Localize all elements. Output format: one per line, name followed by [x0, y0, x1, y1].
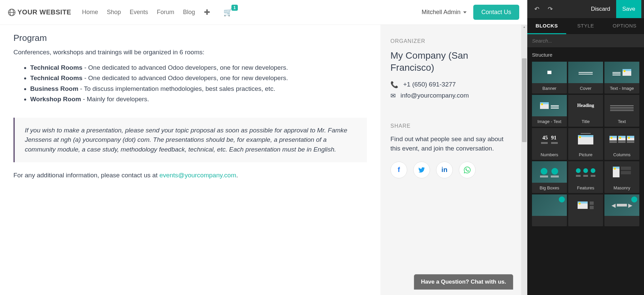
add-page-icon[interactable]: ✚ — [204, 8, 210, 17]
tab-style[interactable]: STYLE — [566, 18, 605, 34]
nav-blog[interactable]: Blog — [183, 9, 195, 16]
whatsapp-icon — [464, 167, 471, 173]
organizer-email: info@yourcompany.com — [400, 92, 469, 99]
block-title[interactable]: Heading Title — [568, 95, 603, 127]
list-item: Workshop Room - Mainly for developers. — [30, 94, 367, 104]
block-image-text[interactable]: Image - Text — [532, 95, 567, 127]
topbar: YOUR WEBSITE Home Shop Events Forum Blog… — [0, 0, 527, 25]
cart-count-badge: 1 — [231, 5, 238, 11]
nav-forum[interactable]: Forum — [157, 9, 174, 16]
nav-events[interactable]: Events — [130, 9, 148, 16]
whatsapp-share-button[interactable] — [459, 162, 476, 178]
block-search-input[interactable] — [532, 38, 639, 44]
block-big-boxes[interactable]: Big Boxes — [532, 161, 567, 193]
program-heading: Program — [13, 33, 367, 43]
undo-button[interactable]: ↶ — [530, 5, 543, 13]
block-columns[interactable]: Columns — [604, 128, 639, 160]
nav-shop[interactable]: Shop — [107, 9, 121, 16]
scrollbar-thumb[interactable] — [522, 58, 527, 142]
block-features[interactable]: Features — [568, 161, 603, 193]
block-search-row — [527, 35, 644, 47]
organizer-phone-row: 📞 +1 (650) 691-3277 — [390, 81, 511, 88]
chat-widget[interactable]: Have a Question? Chat with us. — [414, 274, 513, 290]
twitter-share-button[interactable] — [413, 162, 430, 178]
globe-icon — [8, 9, 15, 16]
block-text-image[interactable]: Text - Image — [604, 62, 639, 94]
user-menu[interactable]: Mitchell Admin — [422, 9, 467, 16]
editor-tabs: BLOCKS STYLE OPTIONS — [527, 18, 644, 35]
list-item: Business Room - To discuss implementatio… — [30, 84, 367, 94]
phone-icon: 📞 — [390, 81, 398, 88]
social-buttons: f in — [390, 162, 511, 178]
event-sidebar: ORGANIZER My Company (San Francisco) 📞 +… — [380, 25, 521, 295]
nav-home[interactable]: Home — [82, 9, 98, 16]
share-description: Find out what people see and say about t… — [390, 134, 511, 154]
contact-line: For any additional information, please c… — [13, 172, 367, 179]
share-label: SHARE — [390, 123, 511, 129]
block-masonry[interactable]: Masonry — [604, 161, 639, 193]
list-item: Technical Rooms - One dedicated to advan… — [30, 73, 367, 83]
contact-email-link[interactable]: events@yourcompany.com — [159, 172, 236, 179]
block-grid: Banner Cover Text - Image Image - Text H… — [532, 62, 639, 226]
main-nav: Home Shop Events Forum Blog ✚ — [82, 8, 210, 17]
block-extra-3[interactable]: ◀▶ — [604, 194, 639, 226]
cart-button[interactable]: 🛒1 — [223, 8, 232, 17]
block-extra-1[interactable] — [532, 194, 567, 226]
blocks-panel: Structure Banner Cover Text - Image Imag… — [527, 47, 644, 295]
site-logo[interactable]: YOUR WEBSITE — [8, 8, 71, 16]
organizer-label: ORGANIZER — [390, 38, 511, 44]
content-scrollbar[interactable] — [521, 25, 527, 295]
list-item: Technical Rooms - One dedicated to advan… — [30, 63, 367, 72]
contact-us-button[interactable]: Contact Us — [473, 5, 519, 20]
discard-button[interactable]: Discard — [585, 6, 616, 12]
redo-button[interactable]: ↷ — [543, 5, 557, 13]
save-button[interactable]: Save — [616, 0, 641, 18]
mail-icon: ✉ — [390, 92, 396, 100]
linkedin-share-button[interactable]: in — [436, 162, 453, 178]
block-extra-2[interactable] — [568, 194, 603, 226]
tab-options[interactable]: OPTIONS — [605, 18, 644, 34]
organizer-email-row: ✉ info@yourcompany.com — [390, 92, 511, 100]
page-content: Program Conferences, workshops and train… — [0, 25, 380, 295]
user-name: Mitchell Admin — [422, 9, 461, 16]
facebook-share-button[interactable]: f — [390, 162, 407, 178]
chevron-down-icon — [463, 11, 467, 13]
logo-text: YOUR WEBSITE — [17, 8, 71, 16]
editor-panel: ↶ ↷ Discard Save BLOCKS STYLE OPTIONS St… — [527, 0, 644, 295]
organizer-name: My Company (San Francisco) — [390, 50, 511, 74]
program-intro: Conferences, workshops and trainings wil… — [13, 49, 367, 56]
structure-label: Structure — [532, 52, 639, 58]
block-cover[interactable]: Cover — [568, 62, 603, 94]
organizer-phone: +1 (650) 691-3277 — [403, 81, 456, 88]
room-list: Technical Rooms - One dedicated to advan… — [30, 63, 367, 104]
twitter-icon — [418, 167, 425, 173]
block-numbers[interactable]: 4591 Numbers — [532, 128, 567, 160]
tab-blocks[interactable]: BLOCKS — [527, 18, 566, 34]
block-picture[interactable]: Picture — [568, 128, 603, 160]
block-banner[interactable]: Banner — [532, 62, 567, 94]
block-text[interactable]: Text — [604, 95, 639, 127]
editor-toolbar: ↶ ↷ Discard Save — [527, 0, 644, 18]
presentation-quote: If you wish to make a presentation, plea… — [13, 118, 367, 163]
